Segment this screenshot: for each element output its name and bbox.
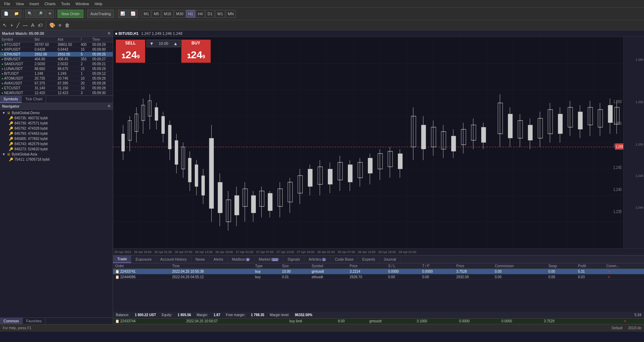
close-order-icon[interactable]: ✕ [607, 275, 610, 279]
market-row[interactable]: ●XRPUSDT 0.6428 0.6443 15 05:09:00 [0, 47, 113, 52]
close-pending-icon[interactable]: ✕ [624, 319, 626, 323]
chart-price-display: 1.247 1.249 1.246 1.248 [141, 31, 182, 36]
pending-close[interactable]: ✕ [620, 319, 644, 324]
bottom-tab-experts[interactable]: Experts [358, 256, 380, 263]
order-row[interactable]: 📋 22444086 2022.04.29 04:55:12 buy 0.01 … [113, 274, 644, 280]
nav-item[interactable]: 🔑75411: 17605718 bybit [1, 157, 112, 162]
svg-rect-58 [338, 162, 343, 180]
zoom-in-button[interactable]: 🔍 [25, 10, 35, 18]
timeframe-d1[interactable]: D1 [205, 10, 214, 18]
bottom-tab-trade[interactable]: Trade [113, 255, 131, 263]
nav-item[interactable]: 🔑845743: 462579 bybit [1, 141, 112, 147]
market-row[interactable]: ●BTCUSDT 39797.50 39801.50 400 05:09:29 [0, 42, 113, 47]
quantity-input[interactable] [155, 41, 172, 46]
svg-rect-22 [181, 147, 185, 169]
bottom-tab-signals[interactable]: Signals [283, 256, 304, 263]
cursor-icon[interactable]: ↖ [1, 22, 8, 29]
line-icon[interactable]: ╱ [15, 22, 21, 29]
bottom-tab-alerts[interactable]: Alerts [209, 256, 228, 263]
crosshair-button[interactable]: ✛ [46, 10, 54, 18]
bottom-tab-market[interactable]: Market112 [254, 256, 283, 263]
timeframe-h1[interactable]: H1 [186, 10, 195, 18]
order-swap: 0.00 [546, 274, 576, 280]
bottom-tab-journal[interactable]: Journal [380, 256, 401, 263]
order-close[interactable]: ✕ [604, 269, 644, 274]
market-row[interactable]: ●NEARUSDT 12.420 12.423 3 05:09:30 [0, 91, 113, 95]
timeframe-mn[interactable]: MN [226, 10, 236, 18]
pending-order-row[interactable]: 📋 22433744 2022.04.25 10:56:57 buy limit… [113, 319, 644, 324]
nav-item[interactable]: 🔑845793: 474463 bybit [1, 131, 112, 136]
zoom-out-button[interactable]: 🔎 [36, 10, 45, 18]
bottom-tab-bar: TradeExposureAccount HistoryNewsAlertsMa… [113, 255, 644, 263]
timeframe-h4[interactable]: H4 [196, 10, 205, 18]
delete-objects-icon[interactable]: 🗑 [63, 22, 71, 29]
buy-button[interactable]: BUY [181, 40, 211, 47]
nav-item[interactable]: 🔑845735: 460732 bybit [1, 115, 112, 121]
timeframe-m15[interactable]: M15 [162, 10, 173, 18]
menu-tools[interactable]: Tools [58, 2, 73, 6]
menu-file[interactable]: File [1, 2, 13, 6]
order-row[interactable]: 📋 22433741 2022.04.25 10:55:38 buy 10.00… [113, 269, 644, 274]
svg-rect-10 [141, 105, 145, 121]
market-row[interactable]: ●ETHUSDT 2932.00 2932.05 5 05:09:25 [0, 52, 113, 57]
navigator-close[interactable]: ✕ [107, 104, 111, 109]
market-row[interactable]: ●BITUSDT 1.248 1.249 1 05:09:12 [0, 71, 113, 76]
market-row[interactable]: ●LUNAUSDT 88.660 88.675 15 05:09:29 [0, 67, 113, 71]
indicators-button[interactable]: 📈 [128, 10, 138, 18]
market-row[interactable]: ●SANDUSDT 2.5030 2.5032 2 05:09:21 [0, 62, 113, 67]
market-row[interactable]: ●AVAXUSDT 67.375 67.395 20 05:09:28 [0, 81, 113, 86]
market-row[interactable]: ●BNBUSDT 404.90 408.45 355 05:09:27 [0, 57, 113, 62]
market-row[interactable]: ●ETCUSDT 31.140 31.150 10 05:09:28 [0, 86, 113, 91]
menu-window[interactable]: Window [73, 2, 92, 6]
menu-help[interactable]: Help [92, 2, 105, 6]
nav-item[interactable]: 🔑845730: 457571 bybit [1, 121, 112, 126]
timeframe-m1[interactable]: M1 [142, 10, 151, 18]
color-picker-icon[interactable]: 🎨 [48, 22, 57, 29]
nav-item[interactable]: ▼🖥BybitGlobal-Asia [1, 152, 112, 157]
bottom-tab-account-history[interactable]: Account History [156, 256, 191, 263]
nav-tab-favorites[interactable]: Favorites [23, 318, 46, 324]
autotrading-button[interactable]: AutoTrading [87, 10, 114, 18]
nav-item[interactable]: ▼🖥BybitGlobal-Demo [1, 110, 112, 115]
bottom-tab-news[interactable]: News [191, 256, 210, 263]
market-bid: 31.140 [33, 86, 56, 91]
market-tab-tick[interactable]: Tick Chart [22, 96, 46, 103]
market-ask: 2932.05 [56, 52, 79, 57]
close-order-icon[interactable]: ✕ [607, 270, 610, 273]
label-icon[interactable]: 🏷 [37, 22, 44, 29]
chart-props-button[interactable]: 📊 [118, 10, 128, 18]
nav-item-label: 845743: 462579 bybit [14, 142, 48, 146]
bottom-tab-articles[interactable]: Articles1 [304, 256, 331, 263]
market-tab-symbols[interactable]: Symbols [0, 96, 22, 103]
sell-button[interactable]: SELL [116, 40, 145, 47]
market-row[interactable]: ●ATOMUSDT 20.735 20.745 10 05:09:26 [0, 76, 113, 81]
qty-decrease-button[interactable]: ▼ [148, 41, 155, 46]
bottom-tab-code-base[interactable]: Code Base [331, 256, 358, 263]
hline-icon[interactable]: — [21, 22, 29, 29]
order-close[interactable]: ✕ [604, 274, 644, 280]
open-button[interactable]: 📁 [12, 10, 21, 18]
bottom-tab-mailbox[interactable]: Mailbox8 [228, 256, 254, 263]
text-icon[interactable]: A [30, 22, 36, 29]
crosshair-draw-icon[interactable]: + [9, 22, 14, 29]
timeframe-m30[interactable]: M30 [174, 10, 185, 18]
chart-canvas[interactable]: 1.260 1.255 1.250 1.245 1.240 1.235 1.24… [113, 37, 623, 248]
nav-tab-common[interactable]: Common [0, 318, 23, 324]
time-label: 27 Apr 13:00 [275, 250, 295, 254]
menu-view[interactable]: View [13, 2, 27, 6]
new-file-button[interactable]: 📄 [1, 10, 11, 18]
nav-item[interactable]: 🔑846273: 524620 bybit [1, 147, 112, 152]
new-order-button[interactable]: New Order [58, 10, 83, 18]
market-watch-close[interactable]: ✕ [107, 31, 111, 36]
timeframe-m5[interactable]: M5 [152, 10, 161, 18]
menu-charts[interactable]: Charts [42, 2, 58, 6]
nav-item[interactable]: 🔑845792: 474328 bybit [1, 126, 112, 131]
bottom-tab-exposure[interactable]: Exposure [131, 256, 156, 263]
svg-rect-44 [268, 193, 273, 211]
timeframe-w1[interactable]: W1 [215, 10, 225, 18]
time-label: 27 Apr 19:00 [295, 250, 316, 254]
menu-insert[interactable]: Insert [27, 2, 42, 6]
line-width-icon[interactable]: ≡ [57, 22, 63, 29]
nav-item[interactable]: 🔑845805: 477892 bybit [1, 136, 112, 141]
qty-increase-button[interactable]: ▲ [172, 41, 179, 46]
